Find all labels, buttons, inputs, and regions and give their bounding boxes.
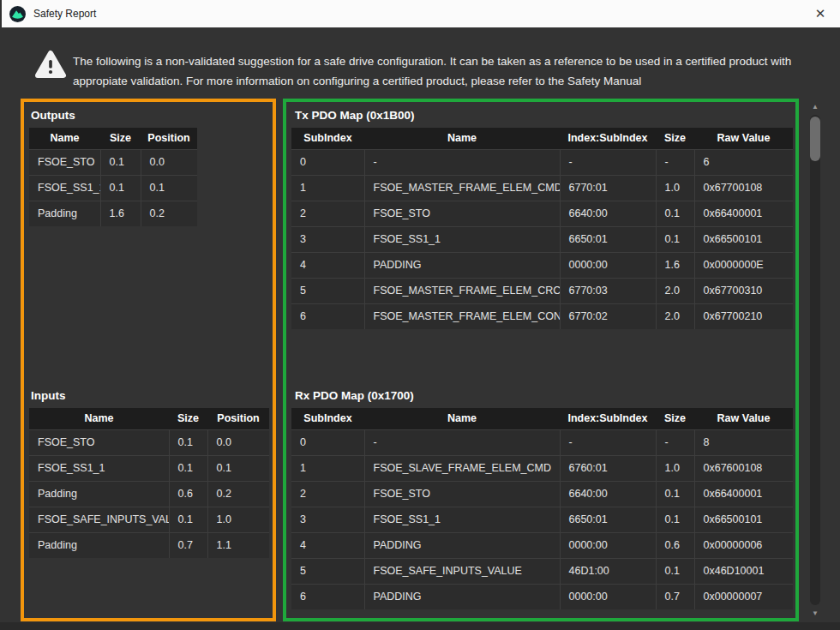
table-cell: FSOE_STO xyxy=(29,429,169,455)
table-cell: 6650:01 xyxy=(560,507,656,532)
header-row: SubIndexNameIndex:SubIndexSizeRaw Value xyxy=(291,128,793,149)
table-cell: 0x67600108 xyxy=(694,455,793,481)
close-button[interactable]: ✕ xyxy=(801,0,840,27)
table-cell: 0.0 xyxy=(207,429,269,455)
table-cell: 6 xyxy=(694,149,793,175)
warning-icon xyxy=(34,50,67,79)
table-row: 1FSOE_MASTER_FRAME_ELEM_CMD6770:011.00x6… xyxy=(291,175,793,201)
table-cell: 4 xyxy=(291,252,364,278)
column-header: Name xyxy=(364,128,560,149)
content: The following is a non-validated suggest… xyxy=(0,27,840,630)
table-cell: FSOE_STO xyxy=(364,201,560,226)
table-cell: 4 xyxy=(291,532,364,558)
table-row: Padding0.71.1 xyxy=(29,532,269,558)
table-row: 3FSOE_SS1_16650:010.10x66500101 xyxy=(291,507,793,532)
column-header: Index:SubIndex xyxy=(560,128,656,149)
table-row: Padding0.60.2 xyxy=(29,481,269,507)
table-cell: 6770:01 xyxy=(560,175,656,201)
table-cell: 2.0 xyxy=(656,303,694,329)
table-cell: 0.1 xyxy=(141,175,197,201)
inputs-table: NameSizePositionFSOE_STO0.10.0FSOE_SS1_1… xyxy=(29,408,269,558)
scrollbar-thumb[interactable] xyxy=(810,117,820,161)
table-cell: - xyxy=(560,149,656,175)
table-cell: FSOE_SS1_1 xyxy=(29,455,169,481)
column-header: SubIndex xyxy=(291,408,364,429)
table-cell: 1.0 xyxy=(656,175,694,201)
table-cell: - xyxy=(560,429,656,455)
table-row: FSOE_SS1_10.10.1 xyxy=(29,455,269,481)
table-cell: Padding xyxy=(29,532,169,558)
table-cell: 0 xyxy=(291,429,364,455)
safety-report-window: Safety Report ✕ The following is a non-v… xyxy=(0,0,840,630)
table-row: 4PADDING0000:001.60x0000000E xyxy=(291,252,793,278)
table-cell: Padding xyxy=(29,481,169,507)
header-row: NameSizePosition xyxy=(29,408,269,429)
table-cell: - xyxy=(656,429,694,455)
header-row: SubIndexNameIndex:SubIndexSizeRaw Value xyxy=(291,408,793,429)
rx-pdo-title: Rx PDO Map (0x1700) xyxy=(295,389,414,402)
tx-pdo-title: Tx PDO Map (0x1B00) xyxy=(295,109,415,122)
table-cell: 3 xyxy=(291,507,364,532)
close-icon: ✕ xyxy=(815,6,826,21)
table-cell: 0.2 xyxy=(141,201,197,226)
table-cell: Padding xyxy=(29,201,100,226)
window-title: Safety Report xyxy=(33,8,96,20)
table-cell: 0x0000000E xyxy=(694,252,793,278)
table-cell: 0x66400001 xyxy=(694,481,793,507)
table-cell: 8 xyxy=(694,429,793,455)
table-cell: 6 xyxy=(291,584,364,609)
tx-pdo-table: SubIndexNameIndex:SubIndexSizeRaw Value0… xyxy=(291,128,793,329)
table-cell: 0x00000007 xyxy=(694,584,793,609)
titlebar: Safety Report ✕ xyxy=(0,0,840,27)
column-header: Size xyxy=(656,128,694,149)
table-cell: 2.0 xyxy=(656,278,694,303)
table-cell: FSOE_SS1_1 xyxy=(29,175,100,201)
table-cell: 0.0 xyxy=(141,149,197,175)
table-cell: 0x67700310 xyxy=(694,278,793,303)
scroll-down-icon: ▼ xyxy=(812,609,819,617)
inputs-title: Inputs xyxy=(31,389,66,402)
table-cell: FSOE_STO xyxy=(364,481,560,507)
table-cell: 5 xyxy=(291,558,364,584)
table-cell: FSOE_SS1_1 xyxy=(364,507,560,532)
table-cell: 2 xyxy=(291,201,364,226)
table-cell: PADDING xyxy=(364,584,560,609)
table-row: 0---6 xyxy=(291,149,793,175)
table-cell: 5 xyxy=(291,278,364,303)
scrollbar-track[interactable] xyxy=(810,115,820,605)
table-cell: FSOE_SAFE_INPUTS_VALUE xyxy=(29,507,169,532)
table-cell: 0.1 xyxy=(656,558,694,584)
app-icon xyxy=(9,6,26,22)
outputs-table: NameSizePositionFSOE_STO0.10.0FSOE_SS1_1… xyxy=(29,128,197,226)
table-cell: 1.1 xyxy=(207,532,269,558)
column-header: Name xyxy=(364,408,560,429)
scroll-down-button[interactable]: ▼ xyxy=(809,608,821,619)
table-row: 1FSOE_SLAVE_FRAME_ELEM_CMD6760:011.00x67… xyxy=(291,455,793,481)
table-cell: 0x46D10001 xyxy=(694,558,793,584)
table-row: 2FSOE_STO6640:000.10x66400001 xyxy=(291,481,793,507)
table-cell: 6640:00 xyxy=(560,481,656,507)
table-cell: 6770:03 xyxy=(560,278,656,303)
table-cell: 0x66400001 xyxy=(694,201,793,226)
table-cell: 0.1 xyxy=(169,455,207,481)
column-header: Name xyxy=(29,408,169,429)
table-row: Padding1.60.2 xyxy=(29,201,197,226)
io-panel: Outputs NameSizePositionFSOE_STO0.10.0FS… xyxy=(21,99,276,621)
table-cell: 0x67700108 xyxy=(694,175,793,201)
table-cell: FSOE_STO xyxy=(29,149,100,175)
warning-text: The following is a non-validated suggest… xyxy=(73,51,793,91)
vertical-scrollbar[interactable]: ▲ ▼ xyxy=(809,101,821,619)
table-row: FSOE_STO0.10.0 xyxy=(29,149,197,175)
table-cell: FSOE_SAFE_INPUTS_VALUE xyxy=(364,558,560,584)
scroll-up-button[interactable]: ▲ xyxy=(809,101,821,112)
table-cell: 0.1 xyxy=(656,201,694,226)
table-cell: 2 xyxy=(291,481,364,507)
table-row: FSOE_STO0.10.0 xyxy=(29,429,269,455)
table-cell: - xyxy=(364,429,560,455)
table-row: 3FSOE_SS1_16650:010.10x66500101 xyxy=(291,226,793,252)
column-header: Size xyxy=(656,408,694,429)
table-row: 6PADDING0000:000.70x00000007 xyxy=(291,584,793,609)
table-cell: 1.6 xyxy=(100,201,141,226)
table-cell: 1.0 xyxy=(207,507,269,532)
column-header: Name xyxy=(29,128,100,149)
